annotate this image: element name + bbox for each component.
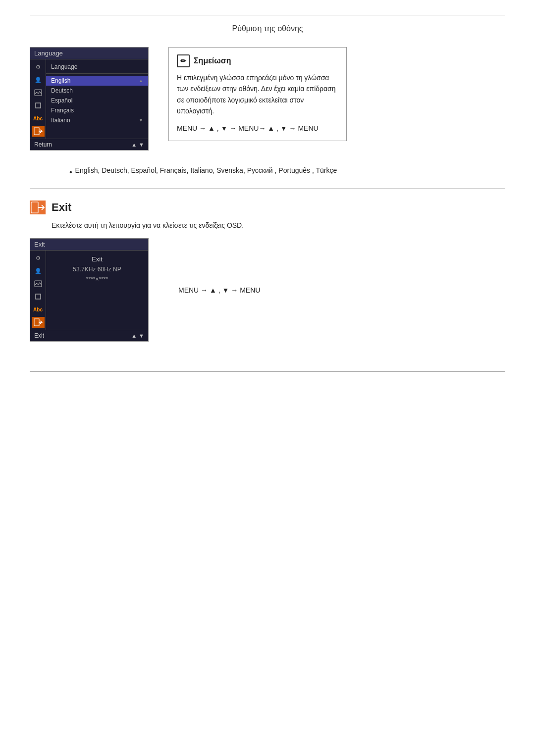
note-title-text: Σημείωση: [194, 54, 231, 67]
square-icon-item: [32, 100, 45, 111]
footer-arrow-down: ▼: [139, 142, 144, 148]
bottom-rule: [30, 371, 505, 372]
language-note-nav: MENU → ▲ , ▼ → MENU→ ▲ , ▼ → MENU: [177, 123, 338, 134]
svg-rect-1: [36, 103, 41, 108]
language-item-deutsch[interactable]: Deutsch: [46, 86, 148, 96]
exit-abc-icon: Abc: [32, 304, 45, 315]
top-rule: [30, 15, 505, 15]
exit-section-heading: Exit: [30, 201, 505, 214]
page-title: Ρύθμιση της οθόνης: [30, 24, 505, 33]
language-submenu-title: Language: [46, 61, 148, 74]
footer-arrows: ▲ ▼: [131, 142, 144, 148]
exit-footer-label: Exit: [34, 332, 44, 339]
language-osd-content: Language English ▲ Deutsch Español Franç…: [46, 59, 148, 139]
language-note-box: ✏ Σημείωση Η επιλεγμένη γλώσσα επηρεάζει…: [168, 47, 347, 141]
svg-rect-9: [34, 319, 39, 326]
exit-icon-item: [32, 126, 45, 137]
image-icon: [34, 89, 42, 96]
exit-exit-svg: [34, 318, 43, 326]
exit-osd-content: Exit 53.7KHz 60Hz NP ****×****: [46, 251, 148, 330]
osd-icon-column: ⚙ 👤 Abc: [30, 59, 46, 139]
exit-heading-icon: [30, 201, 46, 214]
arrow-down-icon: ▼: [139, 118, 143, 123]
person-icon-item: 👤: [32, 74, 45, 85]
exit-osd-footer: Exit ▲ ▼: [30, 330, 148, 341]
language-osd-menu: Language ⚙ 👤: [30, 47, 149, 151]
language-osd-footer: Return ▲ ▼: [30, 139, 148, 150]
svg-rect-2: [34, 128, 39, 135]
gear-icon-item: ⚙: [32, 61, 45, 72]
exit-section-row: Exit ⚙ 👤: [30, 238, 505, 342]
exit-gear-icon: ⚙: [32, 252, 45, 263]
exit-menu-titlebar: Exit: [30, 239, 148, 251]
exit-center-label: Exit: [92, 255, 103, 263]
exit-osd-sidebar: ⚙ 👤 Abc: [30, 251, 148, 330]
exit-square-icon: [32, 291, 45, 302]
language-item-english[interactable]: English ▲: [46, 76, 148, 86]
exit-image-icon: [32, 278, 45, 289]
exit-heading-text: Exit: [52, 201, 71, 214]
exit-osd-icon: [34, 127, 43, 135]
note-title: ✏ Σημείωση: [177, 54, 338, 67]
arrow-up-icon: ▲: [139, 78, 143, 83]
exit-description: Εκτελέστε αυτή τη λειτουργία για να κλεί…: [52, 221, 505, 229]
page-container: Ρύθμιση της οθόνης Language ⚙ 👤: [0, 0, 535, 387]
exit-person-icon: 👤: [32, 265, 45, 276]
exit-footer-arrows: ▲ ▼: [131, 333, 144, 339]
exit-footer-arrow-up: ▲: [131, 333, 137, 339]
exit-exit-icon: [32, 317, 45, 328]
exit-res-label: ****×****: [86, 276, 108, 283]
note-body-text: Η επιλεγμένη γλώσσα επηρεάζει μόνο τη γλ…: [177, 72, 338, 117]
language-osd-sidebar: ⚙ 👤 Abc: [30, 59, 148, 139]
language-item-italiano[interactable]: Italiano ▼: [46, 115, 148, 125]
svg-rect-8: [36, 294, 41, 299]
note-icon: ✏: [177, 54, 190, 67]
language-section-row: Language ⚙ 👤: [30, 47, 505, 151]
language-menu-titlebar: Language: [30, 48, 148, 59]
abc-icon-item: Abc: [32, 113, 45, 124]
exit-osd-menu: Exit ⚙ 👤: [30, 238, 149, 342]
exit-image-svg: [34, 280, 42, 287]
image-icon-item: [32, 87, 45, 98]
language-bullet-list: • English, Deutsch, Español, Français, I…: [69, 165, 505, 178]
language-bullet-item: • English, Deutsch, Español, Français, I…: [69, 165, 505, 178]
exit-square-svg: [35, 293, 42, 300]
language-item-francais[interactable]: Français: [46, 105, 148, 115]
square-icon: [35, 102, 42, 109]
bullet-text: English, Deutsch, Español, Français, Ita…: [75, 165, 337, 176]
exit-section-icon-svg: [30, 201, 46, 214]
exit-osd-icon-column: ⚙ 👤 Abc: [30, 251, 46, 330]
exit-footer-arrow-down: ▼: [139, 333, 144, 339]
footer-arrow-up: ▲: [131, 142, 137, 148]
bullet-dot: •: [69, 166, 72, 178]
exit-freq-label: 53.7KHz 60Hz NP: [73, 266, 121, 273]
section-divider: [30, 188, 505, 189]
exit-nav-note: MENU → ▲ , ▼ → MENU: [178, 286, 260, 294]
language-footer-label: Return: [34, 141, 52, 148]
language-item-espanol[interactable]: Español: [46, 96, 148, 105]
